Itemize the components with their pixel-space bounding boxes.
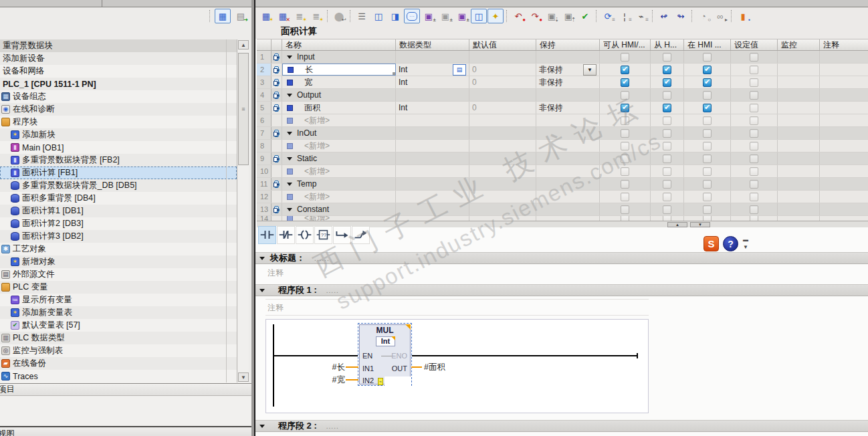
retain-cell[interactable]: 非保持▼ bbox=[536, 64, 600, 76]
tree-item[interactable]: ≔显示所有变量 bbox=[0, 294, 237, 306]
operand-in1[interactable]: #长 bbox=[298, 362, 345, 373]
retain-dropdown-icon[interactable]: ▼ bbox=[583, 64, 596, 76]
unchecked-checkbox[interactable] bbox=[663, 154, 671, 163]
unchecked-checkbox[interactable] bbox=[663, 129, 671, 138]
comment-cell[interactable] bbox=[820, 64, 868, 76]
open-branch-button[interactable] bbox=[333, 226, 351, 244]
name-cell[interactable]: 面积 bbox=[282, 102, 396, 114]
network-1-comment-placeholder[interactable]: 注释 bbox=[267, 302, 284, 314]
default-value-cell[interactable]: 0 bbox=[469, 102, 536, 114]
datatype-cell[interactable] bbox=[396, 191, 469, 203]
tree-item[interactable]: ◎监控与强制表 bbox=[0, 344, 237, 357]
unchecked-checkbox[interactable] bbox=[703, 216, 712, 221]
unchecked-checkbox[interactable] bbox=[621, 167, 629, 176]
checked-checkbox[interactable] bbox=[621, 78, 629, 87]
interface-table-row[interactable]: 14<新增> bbox=[257, 216, 868, 221]
checked-checkbox[interactable] bbox=[703, 104, 712, 112]
reference-projects-header[interactable]: 项目 bbox=[0, 383, 251, 396]
comment-cell[interactable] bbox=[820, 51, 868, 63]
empty-operand-box[interactable] bbox=[385, 376, 411, 386]
unchecked-checkbox[interactable] bbox=[750, 78, 758, 87]
network-2-bar[interactable]: 程序段 2 : ..... bbox=[255, 420, 868, 432]
datatype-cell[interactable] bbox=[396, 51, 469, 63]
checked-checkbox[interactable] bbox=[621, 66, 629, 74]
unchecked-checkbox[interactable] bbox=[750, 129, 758, 138]
column-header[interactable]: 默认值 bbox=[469, 39, 536, 50]
tree-item[interactable]: ✔默认变量表 [57] bbox=[0, 319, 237, 332]
tree-item[interactable]: 面积计算1 [DB1] bbox=[0, 205, 237, 217]
interface-table-row[interactable]: 6<新增> bbox=[257, 114, 868, 127]
retain-cell[interactable] bbox=[536, 140, 600, 152]
split-editor-icon[interactable]: ◫ bbox=[471, 9, 487, 23]
tree-item[interactable]: 重背景数据块 bbox=[0, 39, 237, 52]
favorites-star-icon[interactable]: ✦ bbox=[487, 9, 504, 23]
setpoint-cell[interactable] bbox=[731, 114, 778, 126]
default-value-cell[interactable] bbox=[469, 152, 536, 165]
unchecked-checkbox[interactable] bbox=[621, 216, 629, 221]
name-cell[interactable]: <新增> bbox=[282, 191, 396, 203]
next-bookmark-icon[interactable]: ↬ bbox=[673, 9, 689, 23]
name-cell[interactable]: <新增> bbox=[282, 165, 396, 177]
column-header[interactable]: 注释 bbox=[820, 39, 868, 50]
interface-table-row[interactable]: 10<新增> bbox=[257, 165, 868, 178]
tree-item[interactable]: ▦设备组态 bbox=[0, 90, 237, 103]
open-editor-icon[interactable]: ▤➜ bbox=[233, 9, 249, 23]
unchecked-checkbox[interactable] bbox=[621, 205, 629, 214]
scrollbar-thumb[interactable]: ≡ bbox=[238, 53, 249, 165]
unchecked-checkbox[interactable] bbox=[703, 205, 712, 214]
unchecked-checkbox[interactable] bbox=[663, 91, 671, 100]
comment-cell[interactable] bbox=[820, 140, 868, 152]
help-button[interactable]: ? bbox=[723, 236, 738, 251]
retain-cell[interactable]: 非保持 bbox=[536, 102, 600, 114]
unchecked-checkbox[interactable] bbox=[750, 180, 758, 189]
unchecked-checkbox[interactable] bbox=[750, 193, 758, 201]
checked-checkbox[interactable] bbox=[663, 78, 671, 87]
section-expand-icon[interactable] bbox=[287, 94, 292, 97]
interface-table-row[interactable]: 8<新增> bbox=[257, 140, 868, 152]
insert-row-icon[interactable]: ≣✶ bbox=[292, 9, 308, 23]
column-header[interactable]: 可从 HMI/... bbox=[600, 39, 651, 50]
setpoint-cell[interactable] bbox=[731, 51, 778, 63]
interface-table-row[interactable]: 5面积Int0非保持 bbox=[257, 102, 868, 114]
default-value-cell[interactable] bbox=[469, 165, 536, 177]
modify-operand-icon[interactable]: ⌁≡ bbox=[633, 9, 649, 23]
tree-item[interactable]: ✶添加新变量表 bbox=[0, 306, 237, 319]
scroll-down-icon[interactable]: ▼ bbox=[238, 372, 249, 382]
name-cell[interactable]: Static bbox=[282, 152, 396, 165]
default-value-cell[interactable] bbox=[469, 178, 536, 190]
hmi-accessible-cell[interactable] bbox=[600, 89, 651, 101]
prev-bookmark-icon[interactable]: ↫ bbox=[656, 9, 672, 23]
unchecked-checkbox[interactable] bbox=[750, 116, 758, 125]
checked-checkbox[interactable] bbox=[663, 104, 671, 112]
delete-network-icon[interactable]: ▦✕ bbox=[275, 9, 291, 23]
monitor-selection-icon[interactable]: ¦≡ bbox=[617, 9, 633, 23]
hmi-writable-cell[interactable] bbox=[651, 114, 684, 126]
hmi-accessible-cell[interactable] bbox=[600, 140, 651, 152]
setpoint-cell[interactable] bbox=[731, 152, 778, 165]
collapse-networks-icon[interactable]: ◨ bbox=[387, 9, 403, 23]
column-header[interactable]: 数据类型 bbox=[396, 39, 469, 50]
datatype-cell[interactable] bbox=[396, 140, 469, 152]
comment-cell[interactable] bbox=[820, 178, 868, 190]
tree-item[interactable]: ▤外部源文件 bbox=[0, 268, 237, 281]
section-expand-icon[interactable] bbox=[287, 56, 292, 59]
name-cell[interactable]: <新增> bbox=[282, 216, 396, 221]
network-headers-icon[interactable]: ◫ bbox=[370, 9, 387, 23]
unchecked-checkbox[interactable] bbox=[621, 142, 629, 150]
setpoint-cell[interactable] bbox=[731, 127, 778, 139]
tree-item[interactable]: ▥PLC 数据类型 bbox=[0, 332, 237, 344]
interface-table-row[interactable]: 2长Int▤0非保持▼ bbox=[257, 64, 868, 76]
tree-item[interactable]: 多重背景数据块背景_DB [DB5] bbox=[0, 179, 237, 192]
table-scroll-down-icon[interactable]: ▼ bbox=[690, 222, 710, 227]
rewire-icon[interactable]: ⬤↩ bbox=[331, 9, 347, 23]
pin-in2[interactable]: IN2 bbox=[362, 376, 374, 385]
setpoint-cell[interactable] bbox=[731, 89, 778, 101]
unchecked-checkbox[interactable] bbox=[663, 180, 671, 189]
comment-cell[interactable] bbox=[820, 89, 868, 101]
details-view-toggle-icon[interactable]: ▦ bbox=[215, 9, 231, 23]
hmi-visible-cell[interactable] bbox=[684, 216, 731, 221]
insert-operand-box-icon[interactable]: ▣± bbox=[454, 9, 470, 23]
retain-cell[interactable]: 非保持 bbox=[536, 76, 600, 88]
unchecked-checkbox[interactable] bbox=[703, 91, 712, 100]
comment-cell[interactable] bbox=[820, 191, 868, 203]
